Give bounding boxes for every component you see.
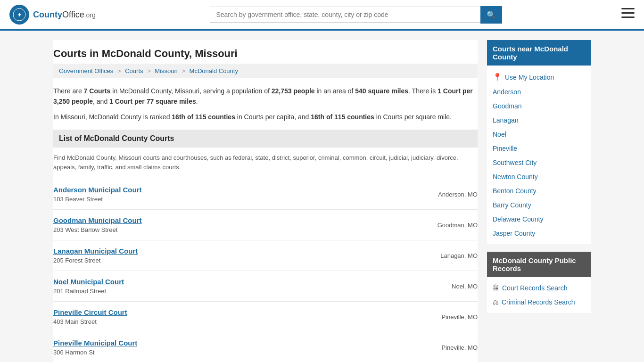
county-name: McDonald County, Missouri xyxy=(119,87,199,95)
criminal-records-link[interactable]: Criminal Records Search xyxy=(502,298,575,306)
nearby-content: 📍 Use My Location Anderson Goodman Lanag… xyxy=(487,66,591,244)
svg-text:✦: ✦ xyxy=(17,11,22,18)
court-address-4: 403 Main Street xyxy=(53,318,127,325)
court-address-1: 203 West Barlow Street xyxy=(53,226,142,233)
list-header: List of McDonald County Courts xyxy=(53,130,478,148)
court-link-3[interactable]: Noel Municipal Court xyxy=(53,278,124,286)
sidebar-item-anderson[interactable]: Anderson xyxy=(487,85,591,99)
criminal-records-icon: ⚖ xyxy=(493,298,499,306)
public-records-content: 🏛 Court Records Search ⚖ Criminal Record… xyxy=(487,277,591,313)
sidebar-item-southwest-city[interactable]: Southwest City xyxy=(487,156,591,170)
sidebar-item-barry-county[interactable]: Barry County xyxy=(487,198,591,212)
list-description: Find McDonald County, Missouri courts an… xyxy=(53,153,478,172)
breadcrumb-link-county[interactable]: McDonald County xyxy=(190,67,238,74)
court-left-1: Goodman Municipal Court 203 West Barlow … xyxy=(53,216,142,233)
court-link-2[interactable]: Lanagan Municipal Court xyxy=(53,247,138,255)
main-container: Courts in McDonald County, Missouri Gove… xyxy=(44,31,600,362)
sidebar: Courts near McDonald County 📍 Use My Loc… xyxy=(487,40,591,362)
breadcrumb-link-state[interactable]: Missouri xyxy=(155,67,177,74)
newton-county-link[interactable]: Newton County xyxy=(493,173,538,181)
logo[interactable]: ✦ CountyOffice.org xyxy=(9,5,96,25)
table-row: Noel Municipal Court 201 Railroad Street… xyxy=(53,271,478,302)
court-city-3: Noel, MO xyxy=(452,283,478,290)
logo-office: Office xyxy=(62,10,84,19)
court-city-5: Pineville, MO xyxy=(441,344,478,351)
court-left-0: Anderson Municipal Court 103 Beaver Stre… xyxy=(53,186,142,203)
barry-county-link[interactable]: Barry County xyxy=(493,201,531,209)
court-records-item[interactable]: 🏛 Court Records Search xyxy=(487,281,591,295)
rank-capita: 16th of 115 counties xyxy=(172,113,235,121)
table-row: Goodman Municipal Court 203 West Barlow … xyxy=(53,210,478,240)
breadcrumb-link-govt[interactable]: Government Offices xyxy=(59,67,113,74)
sidebar-item-newton-county[interactable]: Newton County xyxy=(487,170,591,184)
svg-rect-3 xyxy=(621,12,635,14)
breadcrumb-sep: > xyxy=(147,67,152,74)
court-link-5[interactable]: Pineville Municipal Court xyxy=(53,339,137,347)
search-input[interactable] xyxy=(210,7,480,23)
nearby-section: Courts near McDonald County 📍 Use My Loc… xyxy=(487,40,591,244)
pineville-link[interactable]: Pineville xyxy=(493,145,517,152)
site-header: ✦ CountyOffice.org 🔍 xyxy=(0,0,644,31)
court-name-0: Anderson Municipal Court xyxy=(53,186,142,194)
menu-icon[interactable] xyxy=(621,8,635,21)
court-name-4: Pineville Circuit Court xyxy=(53,308,127,316)
court-address-2: 205 Forest Street xyxy=(53,257,138,264)
sidebar-item-delaware-county[interactable]: Delaware County xyxy=(487,212,591,226)
public-records-header: McDonald County Public Records xyxy=(487,252,591,277)
table-row: Anderson Municipal Court 103 Beaver Stre… xyxy=(53,179,478,210)
jasper-county-link[interactable]: Jasper County xyxy=(493,230,535,237)
court-address-0: 103 Beaver Street xyxy=(53,196,142,203)
court-count: 7 xyxy=(84,87,88,95)
sidebar-item-pineville[interactable]: Pineville xyxy=(487,141,591,156)
use-location-link[interactable]: Use My Location xyxy=(505,74,554,81)
court-link-0[interactable]: Anderson Municipal Court xyxy=(53,186,142,194)
court-address-3: 201 Railroad Street xyxy=(53,288,124,295)
court-link-4[interactable]: Pineville Circuit Court xyxy=(53,308,127,316)
location-pin-icon: 📍 xyxy=(493,73,502,82)
table-row: Pineville Circuit Court 403 Main Street … xyxy=(53,302,478,332)
court-label: Courts xyxy=(89,87,110,95)
court-name-3: Noel Municipal Court xyxy=(53,278,124,286)
noel-link[interactable]: Noel xyxy=(493,131,506,138)
logo-icon: ✦ xyxy=(9,5,29,25)
sidebar-item-goodman[interactable]: Goodman xyxy=(487,99,591,113)
search-button[interactable]: 🔍 xyxy=(480,6,502,24)
area: 540 square miles xyxy=(355,87,408,95)
logo-text-area: CountyOffice.org xyxy=(33,10,96,20)
breadcrumb-sep: > xyxy=(117,67,123,74)
court-link-1[interactable]: Goodman Municipal Court xyxy=(53,216,142,224)
table-row: Lanagan Municipal Court 205 Forest Stree… xyxy=(53,240,478,271)
sidebar-item-benton-county[interactable]: Benton County xyxy=(487,184,591,198)
rank-sqmile: 16th of 115 counties xyxy=(311,113,374,121)
benton-county-link[interactable]: Benton County xyxy=(493,187,537,195)
content-area: Courts in McDonald County, Missouri Gove… xyxy=(53,40,478,362)
court-city-2: Lanagan, MO xyxy=(440,252,478,259)
population: 22,753 people xyxy=(272,87,315,95)
delaware-county-link[interactable]: Delaware County xyxy=(493,215,543,223)
criminal-records-item[interactable]: ⚖ Criminal Records Search xyxy=(487,295,591,309)
court-name-5: Pineville Municipal Court xyxy=(53,339,137,347)
lanagan-link[interactable]: Lanagan xyxy=(493,116,519,124)
search-icon: 🔍 xyxy=(487,11,496,19)
sidebar-item-jasper-county[interactable]: Jasper County xyxy=(487,226,591,240)
logo-label: County xyxy=(33,10,62,19)
use-location-item[interactable]: 📍 Use My Location xyxy=(487,69,591,85)
public-records-section: McDonald County Public Records 🏛 Court R… xyxy=(487,252,591,313)
sidebar-item-noel[interactable]: Noel xyxy=(487,127,591,141)
court-records-link[interactable]: Court Records Search xyxy=(502,284,568,292)
court-left-2: Lanagan Municipal Court 205 Forest Stree… xyxy=(53,247,138,264)
search-bar: 🔍 xyxy=(210,6,502,24)
logo-org: .org xyxy=(84,11,96,19)
anderson-link[interactable]: Anderson xyxy=(493,88,521,96)
goodman-link[interactable]: Goodman xyxy=(493,102,521,110)
sidebar-item-lanagan[interactable]: Lanagan xyxy=(487,113,591,127)
court-city-4: Pineville, MO xyxy=(441,313,478,321)
court-list: Anderson Municipal Court 103 Beaver Stre… xyxy=(53,179,478,362)
nearby-header: Courts near McDonald County xyxy=(487,40,591,66)
southwest-city-link[interactable]: Southwest City xyxy=(493,159,537,166)
stats-text: There are 7 Courts in McDonald County, M… xyxy=(53,86,478,107)
court-name-2: Lanagan Municipal Court xyxy=(53,247,138,255)
svg-rect-4 xyxy=(621,16,635,18)
court-city-0: Anderson, MO xyxy=(438,191,478,198)
breadcrumb-link-courts[interactable]: Courts xyxy=(125,67,143,74)
